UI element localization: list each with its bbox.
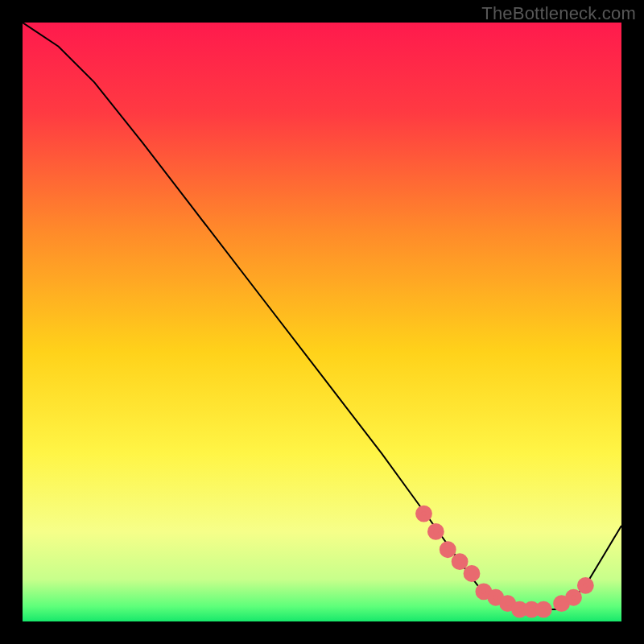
- marker-dot: [556, 598, 567, 609]
- marker-dot: [580, 580, 591, 591]
- marker-dot: [490, 592, 501, 603]
- marker-dot: [466, 568, 477, 579]
- watermark-text: TheBottleneck.com: [481, 3, 636, 24]
- marker-dot: [539, 604, 549, 614]
- marker-dot: [502, 598, 513, 609]
- marker-dot: [431, 526, 441, 537]
- gradient-background: [23, 23, 621, 621]
- marker-dot: [478, 586, 489, 597]
- bottleneck-chart: [23, 23, 621, 621]
- marker-dot: [443, 544, 453, 555]
- chart-frame: TheBottleneck.com: [0, 0, 644, 644]
- marker-dot: [568, 592, 579, 603]
- marker-dot: [419, 508, 429, 518]
- marker-dot: [454, 556, 464, 567]
